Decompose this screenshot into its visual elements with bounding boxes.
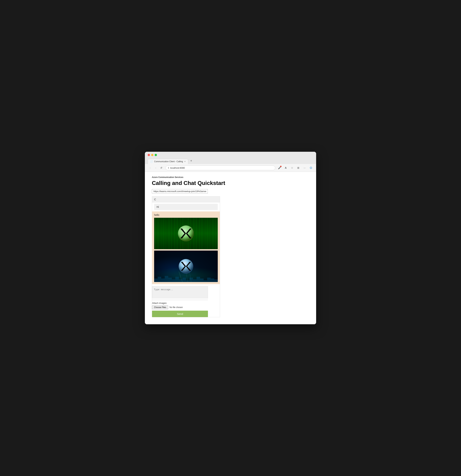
file-chosen-text: No file chosen [170, 306, 183, 308]
tab-page-icon: 📄 [150, 160, 153, 163]
active-tab[interactable]: 📄 Communication Client - Calling × [148, 159, 188, 164]
nav-buttons: ‹ › ↺ [148, 165, 164, 170]
title-bar: 📄 Communication Client - Calling × + [145, 152, 316, 164]
split-view-icon[interactable]: ⊞ [296, 165, 301, 170]
close-button[interactable] [148, 154, 150, 156]
back-button[interactable]: ‹ [148, 165, 153, 170]
xbox-logo-2 [154, 251, 218, 282]
refresh-button[interactable]: ↺ [159, 165, 164, 170]
traffic-lights [148, 154, 157, 156]
address-bar[interactable]: ℹ localhost:8080 [165, 166, 275, 170]
send-button[interactable]: Send [152, 311, 208, 317]
hi-message-bubble: Hi [154, 204, 218, 210]
forward-button[interactable]: › [153, 165, 158, 170]
page-title: Calling and Chat Quickstart [152, 180, 309, 186]
message-text: hello [154, 213, 218, 216]
tab-close-icon[interactable]: × [184, 160, 186, 163]
xbox-logo-1 [154, 218, 218, 249]
chat-header: C [152, 196, 220, 202]
file-input-row: Choose Files No file chosen [152, 306, 220, 309]
lock-icon: ℹ [168, 167, 169, 169]
tabs-bar: 📄 Communication Client - Calling × + [148, 158, 313, 164]
azure-label: Azure Communication Services [152, 176, 309, 178]
message-input[interactable] [152, 286, 208, 298]
more-options-icon[interactable]: ··· [302, 165, 307, 170]
messages-area: hello [152, 212, 220, 284]
chat-container: C Hi hello [152, 196, 220, 317]
font-icon[interactable]: A [283, 165, 288, 170]
new-tab-button[interactable]: + [189, 158, 194, 164]
address-bar-container: ‹ › ↺ ℹ localhost:8080 🎤 A ☆ ⊞ ··· ⬡ [145, 164, 316, 172]
tab-title: Communication Client - Calling [154, 160, 183, 163]
edge-icon[interactable]: ⬡ [308, 165, 313, 170]
page-content: Azure Communication Services Calling and… [145, 172, 316, 324]
mic-icon[interactable]: 🎤 [277, 165, 282, 170]
maximize-button[interactable] [155, 154, 157, 156]
xbox-image-1 [154, 218, 218, 249]
address-bar-actions: 🎤 A ☆ ⊞ ··· ⬡ [277, 165, 313, 170]
favorites-icon[interactable]: ☆ [290, 165, 295, 170]
attach-label: Attach images: [152, 302, 220, 304]
message-bubble: hello [152, 212, 220, 284]
xbox-image-2 [154, 251, 218, 282]
input-section: Attach images: Choose Files No file chos… [152, 285, 220, 317]
teams-url-input[interactable] [152, 189, 208, 194]
choose-files-button[interactable]: Choose Files [152, 306, 168, 309]
chat-header-letter: C [154, 198, 156, 201]
url-text: localhost:8080 [170, 167, 273, 169]
browser-window: 📄 Communication Client - Calling × + ‹ ›… [145, 152, 316, 324]
minimize-button[interactable] [151, 154, 153, 156]
